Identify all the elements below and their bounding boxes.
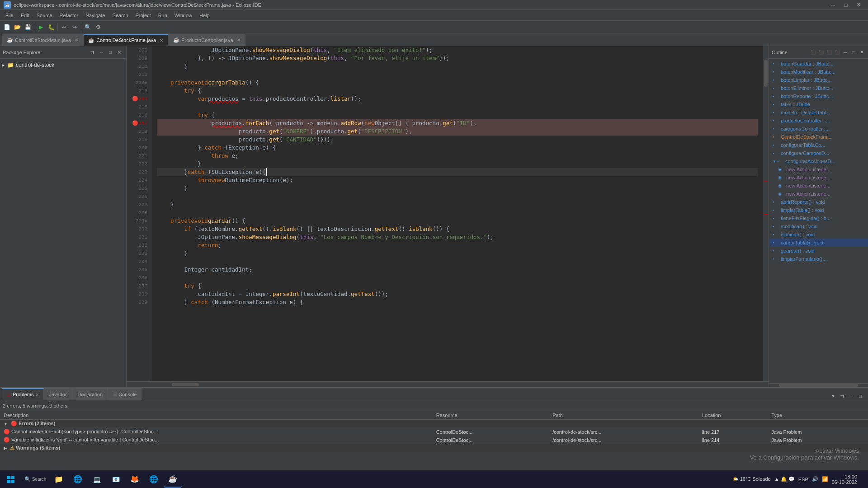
- outline-item-guardar[interactable]: ▪ guardar() : void: [769, 247, 868, 255]
- horizontal-scrollbar[interactable]: [127, 381, 769, 387]
- problems-maximize-btn[interactable]: □: [856, 392, 864, 400]
- col-location[interactable]: Location: [698, 411, 768, 420]
- problems-expand-btn[interactable]: ⇉: [838, 392, 846, 400]
- sidebar-minimize-btn[interactable]: ─: [97, 48, 105, 56]
- taskbar-eclipse-btn[interactable]: ☕: [164, 471, 182, 488]
- outline-item-botonEliminar[interactable]: ▪ botonEliminar : JButtc...: [769, 84, 868, 92]
- outline-minimize-btn[interactable]: ─: [842, 49, 849, 56]
- outline-item-categoriaController[interactable]: ▪ categoriaController :...: [769, 125, 868, 133]
- tree-item-control-de-stock[interactable]: ▶ 📁 control-de-stock: [0, 61, 126, 70]
- menu-search[interactable]: Search: [109, 10, 132, 21]
- taskbar-app3-btn[interactable]: 💻: [88, 471, 106, 488]
- toolbar-undo[interactable]: ↩: [59, 22, 69, 32]
- error-row-1[interactable]: 🔴 Cannot invoke forEach(<no type> produc…: [0, 428, 868, 436]
- outline-item-abrirReporte[interactable]: ▪ abrirReporte() : void: [769, 198, 868, 206]
- toolbar-redo[interactable]: ↪: [70, 22, 80, 32]
- maximize-button[interactable]: □: [840, 0, 852, 10]
- taskbar-firefox-btn[interactable]: 🦊: [126, 471, 144, 488]
- col-type[interactable]: Type: [768, 411, 868, 420]
- close-button[interactable]: ✕: [853, 0, 864, 10]
- tab-close-1[interactable]: ✕: [75, 38, 78, 42]
- outline-item-actionlistener3[interactable]: ◉ new ActionListene...: [769, 182, 868, 190]
- warnings-section-row[interactable]: ▶ ⚠ Warnings (5 items): [0, 444, 868, 452]
- tab-javadoc[interactable]: Javadoc: [44, 388, 72, 400]
- tab-close-2[interactable]: ✕: [160, 38, 163, 43]
- outline-close-btn[interactable]: ✕: [858, 49, 865, 56]
- sidebar-collapse-btn[interactable]: ⇉: [88, 48, 96, 56]
- taskbar-search[interactable]: 🔍 Search: [22, 471, 49, 488]
- start-button[interactable]: [2, 471, 20, 488]
- errors-section-row[interactable]: ▼ 🔴 Errors (2 items): [0, 420, 868, 428]
- tab-producto-controller[interactable]: ☕ ProductoController.java ✕: [168, 34, 245, 46]
- tab-close-3[interactable]: ✕: [237, 38, 241, 42]
- toolbar-settings[interactable]: ⚙: [93, 22, 103, 32]
- menu-navigate[interactable]: Navigate: [82, 10, 108, 21]
- tab-problems-close[interactable]: ✕: [35, 392, 39, 397]
- menu-window[interactable]: Window: [171, 10, 196, 21]
- menu-edit[interactable]: Edit: [17, 10, 33, 21]
- outline-item-botonReporte[interactable]: ▪ botonReporte : JButtc...: [769, 92, 868, 100]
- menu-run[interactable]: Run: [155, 10, 171, 21]
- outline-btn-1[interactable]: ⬛: [809, 49, 816, 56]
- toolbar-new[interactable]: 📄: [2, 22, 12, 32]
- sidebar-close-btn[interactable]: ✕: [115, 48, 123, 56]
- code-content-area[interactable]: JOptionPane.showMessageDialog(this, "Ite…: [151, 46, 763, 381]
- tab-problems[interactable]: ⚠ Problems ✕: [2, 388, 44, 400]
- outline-item-configurarTabla[interactable]: ▪ configurarTablaCo...: [769, 141, 868, 149]
- outline-item-limpiarTabla[interactable]: ▪ limpiarTabla() : void: [769, 206, 868, 214]
- outline-item-limpiarFormulario[interactable]: ▪ limpiarFormulario()...: [769, 255, 868, 263]
- outline-item-configurarAcciones[interactable]: ▼ ▪ configurarAccionesD...: [769, 157, 868, 165]
- outline-item-productoController[interactable]: ▪ productoController : ...: [769, 117, 868, 125]
- outline-item-botonLimpiar[interactable]: ▪ botonLimpiar : JButtc...: [769, 76, 868, 84]
- problems-filter-btn[interactable]: ▼: [829, 392, 837, 400]
- show-desktop-btn[interactable]: [861, 471, 863, 488]
- outline-item-tabla[interactable]: ▪ tabla : JTable: [769, 100, 868, 108]
- editor-scrollbar[interactable]: [763, 46, 769, 381]
- toolbar-search[interactable]: 🔍: [83, 22, 93, 32]
- toolbar-open[interactable]: 📂: [12, 22, 22, 32]
- outline-item-cargarTabla[interactable]: ▪ cargarTabla() : void: [769, 239, 868, 247]
- tab-declaration[interactable]: Declaration: [72, 388, 108, 400]
- code-editor[interactable]: 208 209 210 211 212◈ 213 🔴214 215 216 🔴2…: [127, 46, 769, 381]
- tab-control-stock-frame[interactable]: ☕ ControlDeStockFrame.java ✕: [83, 34, 168, 46]
- menu-file[interactable]: File: [2, 10, 17, 21]
- taskbar-edge-btn[interactable]: 🌐: [69, 471, 87, 488]
- tab-control-stock-main[interactable]: ☕ ControlDeStockMain.java ✕: [2, 34, 83, 46]
- outline-btn-3[interactable]: ⬛: [826, 49, 833, 56]
- taskbar-file-explorer-btn[interactable]: 📁: [50, 471, 68, 488]
- outline-h-scrollbar[interactable]: [769, 383, 868, 387]
- outline-item-botonModificar[interactable]: ▪ botonModificar : JButtc...: [769, 68, 868, 76]
- menu-project[interactable]: Project: [132, 10, 154, 21]
- outline-item-eliminar[interactable]: ▪ eliminar() : void: [769, 230, 868, 239]
- taskbar-app4-btn[interactable]: 📧: [107, 471, 125, 488]
- col-description[interactable]: Description: [0, 411, 433, 420]
- outline-item-tieneFilaElegida[interactable]: ▪ tieneFilaElegida() : b...: [769, 214, 868, 222]
- outline-item-botonGuardar[interactable]: ▪ botonGuardar : JButtc...: [769, 60, 868, 68]
- outline-item-modificar[interactable]: ▪ modificar() : void: [769, 222, 868, 230]
- clock-area[interactable]: 18:00 06-10-2022: [832, 474, 857, 485]
- menu-refactor[interactable]: Refactor: [56, 10, 82, 21]
- outline-item-ControlDeStockFram[interactable]: ▪ ControlDeStockFram...: [769, 133, 868, 141]
- error-row-2[interactable]: 🔴 Variable initializer is 'void' -- cann…: [0, 436, 868, 444]
- tab-console[interactable]: ▣ Console: [108, 388, 142, 400]
- outline-item-actionlistener4[interactable]: ◉ new ActionListene...: [769, 190, 868, 198]
- toolbar-run[interactable]: ▶: [36, 22, 46, 32]
- col-resource[interactable]: Resource: [433, 411, 549, 420]
- outline-item-modelo[interactable]: ▪ modelo : DefaultTabl...: [769, 108, 868, 117]
- outline-btn-2[interactable]: ⬛: [817, 49, 825, 56]
- outline-label: configurarTablaCo...: [781, 142, 825, 148]
- minimize-button[interactable]: ─: [827, 0, 839, 10]
- menu-help[interactable]: Help: [196, 10, 213, 21]
- outline-item-configurarCampos[interactable]: ▪ configurarCamposD...: [769, 149, 868, 157]
- problems-minimize-btn[interactable]: ─: [847, 392, 855, 400]
- outline-item-actionlistener2[interactable]: ◉ new ActionListene...: [769, 174, 868, 182]
- menu-source[interactable]: Source: [33, 10, 56, 21]
- toolbar-debug[interactable]: 🐛: [46, 22, 56, 32]
- col-path[interactable]: Path: [549, 411, 698, 420]
- sidebar-maximize-btn[interactable]: □: [106, 48, 114, 56]
- outline-item-actionlistener1[interactable]: ◉ new ActionListene...: [769, 165, 868, 174]
- outline-btn-4[interactable]: ⬛: [834, 49, 841, 56]
- outline-maximize-btn[interactable]: □: [850, 49, 857, 56]
- toolbar-save[interactable]: 💾: [23, 22, 33, 32]
- taskbar-chrome-btn[interactable]: 🌐: [145, 471, 163, 488]
